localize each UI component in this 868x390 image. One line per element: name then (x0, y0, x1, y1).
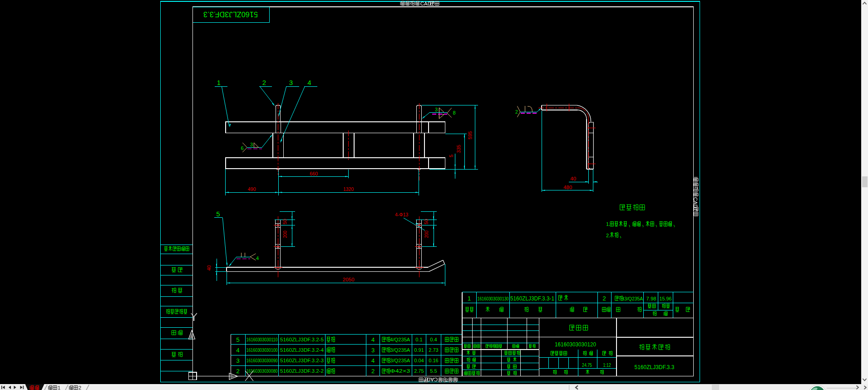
svg-text:480: 480 (563, 184, 572, 190)
svg-text:2.75: 2.75 (414, 368, 424, 374)
svg-text:3: 3 (289, 79, 293, 86)
svg-text:5: 5 (216, 210, 220, 218)
svg-text:0.04: 0.04 (414, 358, 424, 363)
svg-text:1:12: 1:12 (603, 362, 611, 367)
svg-text:4: 4 (256, 255, 259, 261)
svg-text:Φ13: Φ13 (399, 212, 408, 217)
svg-text:24.75: 24.75 (582, 362, 592, 367)
svg-text:1: 1 (217, 79, 221, 86)
svg-text:4: 4 (236, 346, 240, 353)
svg-text:5: 5 (449, 155, 454, 157)
svg-text:595: 595 (467, 131, 473, 140)
svg-text:5160ZLJ3DF.3.3-1: 5160ZLJ3DF.3.3-1 (510, 295, 554, 302)
svg-text:4: 4 (307, 79, 311, 86)
svg-text:3/Q235A: 3/Q235A (390, 347, 410, 353)
svg-text:4: 4 (371, 357, 375, 364)
svg-text:200: 200 (424, 230, 429, 238)
svg-text:5160ZLJ3DF.3.2-5: 5160ZLJ3DF.3.2-5 (280, 337, 324, 342)
svg-text:7.98: 7.98 (646, 296, 656, 301)
svg-text:40: 40 (207, 265, 212, 270)
svg-text:2: 2 (602, 295, 606, 302)
svg-text:200: 200 (283, 230, 288, 238)
svg-text:2.73: 2.73 (429, 347, 438, 352)
svg-text:5160ZLJ3DF.3.2-2: 5160ZLJ3DF.3.2-2 (280, 368, 324, 374)
svg-text:CAD: CAD (420, 1, 431, 6)
svg-text:2: 2 (79, 385, 81, 390)
svg-text:2.: 2. (606, 233, 610, 238)
svg-text:1: 1 (468, 295, 471, 302)
svg-text:0.1: 0.1 (415, 337, 422, 342)
svg-text:5160ZLJ3DF.3.2-4: 5160ZLJ3DF.3.2-4 (280, 347, 324, 352)
svg-text:2: 2 (371, 368, 375, 375)
svg-text:2: 2 (236, 368, 240, 375)
svg-text:16160303030090: 16160303030090 (246, 358, 277, 363)
svg-text:3: 3 (435, 107, 438, 112)
svg-text:2050: 2050 (343, 277, 355, 282)
svg-text:CAD: CAD (427, 377, 438, 382)
svg-text:Φ42×3: Φ42×3 (390, 368, 410, 374)
svg-text:1.: 1. (606, 221, 610, 227)
svg-text:3/Q235A: 3/Q235A (390, 358, 410, 363)
svg-text:0.4: 0.4 (430, 337, 437, 342)
svg-text:5: 5 (236, 336, 240, 343)
svg-text:5160ZLJ3DF.3.3: 5160ZLJ3DF.3.3 (203, 10, 258, 19)
svg-text:4: 4 (371, 336, 375, 343)
svg-text:3: 3 (371, 346, 375, 353)
svg-text:3: 3 (250, 142, 253, 147)
svg-text:t3/Q235A: t3/Q235A (623, 296, 643, 301)
svg-text:15.96: 15.96 (659, 296, 671, 301)
svg-text:16160303030120: 16160303030120 (555, 341, 596, 347)
svg-text:0.16: 0.16 (429, 358, 438, 363)
svg-text:16160303030080: 16160303030080 (246, 368, 277, 374)
svg-text:CAD: CAD (693, 197, 698, 208)
svg-text:2: 2 (262, 79, 266, 86)
svg-text:490: 490 (248, 186, 256, 191)
svg-text:3: 3 (236, 357, 240, 364)
svg-text:50: 50 (424, 219, 429, 224)
svg-text:16160303030130: 16160303030130 (477, 296, 508, 301)
svg-text:1320: 1320 (343, 186, 354, 191)
svg-text:2: 2 (515, 109, 518, 115)
svg-text:8: 8 (453, 110, 455, 115)
svg-text:1: 1 (58, 385, 60, 390)
svg-text:16160303030100: 16160303030100 (246, 347, 277, 352)
svg-text:6: 6 (241, 145, 243, 151)
svg-text:5160ZLJ3DF.3.2-3: 5160ZLJ3DF.3.2-3 (280, 358, 324, 363)
svg-text:0.91: 0.91 (414, 347, 424, 352)
svg-text:5160ZLJ3DF.3.3: 5160ZLJ3DF.3.3 (634, 364, 674, 370)
svg-text:5.5: 5.5 (430, 368, 437, 374)
svg-text:40: 40 (570, 176, 576, 181)
svg-text:335: 335 (456, 145, 461, 153)
svg-text:660: 660 (310, 171, 318, 176)
svg-text:4/Q235A: 4/Q235A (390, 337, 410, 342)
svg-text:50: 50 (283, 219, 288, 224)
svg-text:16160303030110: 16160303030110 (246, 337, 277, 342)
